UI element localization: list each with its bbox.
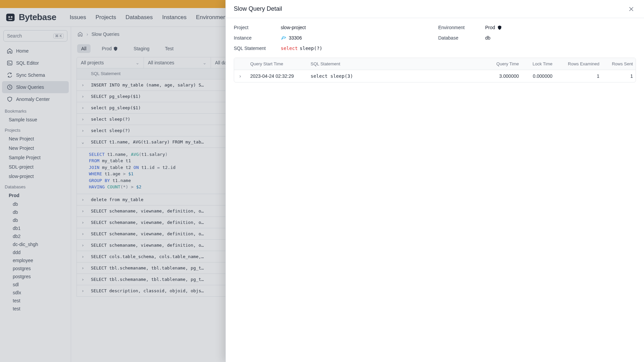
sidebar-database-item[interactable]: dc-dic_shgh (0, 240, 71, 248)
sidebar-database-item[interactable]: postgres (0, 273, 71, 281)
sidebar-database-item[interactable]: postgres (0, 264, 71, 273)
tab-label: Prod (102, 46, 112, 51)
nav-item[interactable]: Databases (125, 14, 153, 21)
expand-toggle[interactable]: › (77, 288, 89, 293)
meta-database-value[interactable]: db (485, 35, 636, 41)
sidebar-section-bookmarks: Bookmarks (0, 105, 71, 115)
sidebar-database-item[interactable]: test (0, 305, 71, 313)
expand-toggle[interactable]: › (77, 117, 89, 122)
sidebar-database-item[interactable]: test (0, 297, 71, 305)
sidebar-item-sql-editor[interactable]: SQL Editor (2, 57, 69, 69)
expand-toggle[interactable]: › (77, 94, 89, 99)
sidebar-item-home[interactable]: Home (2, 45, 69, 57)
chevron-right-icon: › (82, 288, 84, 293)
sidebar-project-item[interactable]: slow-project (0, 172, 71, 181)
panel-query-table: Query Start Time SQL Statement Query Tim… (234, 58, 636, 82)
close-button[interactable] (627, 4, 636, 14)
logo-icon (5, 12, 15, 22)
expand-toggle[interactable]: › (77, 277, 89, 282)
expand-toggle[interactable]: › (77, 82, 89, 87)
sidebar-project-item[interactable]: SDL-project (0, 162, 71, 172)
nav-item[interactable]: Instances (162, 14, 186, 21)
th-sql: SQL Statement (308, 58, 488, 70)
sql-rest: sleep(?) (300, 46, 322, 51)
expand-toggle[interactable]: ⌄ (77, 139, 89, 144)
filter-instances[interactable]: All instances⌄ (144, 57, 211, 68)
panel-title: Slow Query Detail (234, 5, 282, 12)
sidebar-bookmark-item[interactable]: Sample Issue (0, 115, 71, 124)
chevron-right-icon: › (239, 73, 241, 79)
expand-toggle[interactable]: › (77, 265, 89, 270)
sidebar-project-item[interactable]: Sample Project (0, 153, 71, 162)
meta-env-value[interactable]: Prod (485, 25, 636, 30)
filter-projects[interactable]: All projects⌄ (77, 57, 144, 68)
chevron-right-icon: › (82, 265, 84, 270)
expand-toggle[interactable]: › (77, 208, 89, 214)
sidebar-item-slow-queries[interactable]: Slow Queries (2, 81, 69, 93)
sidebar-database-item[interactable]: sdl (0, 281, 71, 289)
meta-instance-value[interactable]: 33306 (281, 35, 432, 41)
meta-project-value[interactable]: slow-project (281, 25, 432, 30)
th-qtime: Query Time (488, 58, 522, 70)
chevron-right-icon: › (82, 208, 84, 214)
home-icon[interactable] (77, 31, 83, 37)
nav-item[interactable]: Projects (96, 14, 116, 21)
expand-toggle[interactable]: › (77, 254, 89, 259)
sidebar-database-item[interactable]: db (0, 216, 71, 224)
mysql-icon (281, 35, 287, 41)
clock-icon (7, 84, 13, 90)
sidebar-database-item[interactable]: db (0, 200, 71, 208)
tab-all[interactable]: All (77, 44, 91, 53)
filter-label: All projects (81, 60, 104, 65)
sidebar-item-sync-schema[interactable]: Sync Schema (2, 69, 69, 81)
sidebar-database-item[interactable]: db2 (0, 232, 71, 240)
expand-toggle[interactable]: › (77, 128, 89, 133)
sidebar-item-label: Sync Schema (16, 72, 45, 78)
nav-item[interactable]: Issues (70, 14, 86, 21)
search-input[interactable]: Search ⌘ K (3, 30, 67, 42)
panel-table-row[interactable]: › 2023-04-24 02:32:29 select sleep(3) 3.… (234, 70, 636, 82)
svg-rect-0 (6, 13, 15, 21)
tab-prod[interactable]: Prod (98, 44, 122, 53)
chevron-right-icon: › (82, 105, 84, 110)
sidebar-database-item[interactable]: db1 (0, 224, 71, 232)
expand-toggle[interactable]: › (77, 243, 89, 248)
nav-item[interactable]: Environment (196, 14, 228, 21)
top-nav: IssuesProjectsDatabasesInstancesEnvironm… (70, 14, 228, 21)
expand-toggle[interactable]: › (77, 197, 89, 202)
expand-toggle[interactable]: › (77, 231, 89, 236)
cell-ltime: 0.000000 (522, 70, 555, 82)
tab-test[interactable]: Test (161, 44, 178, 53)
chevron-right-icon: › (82, 197, 84, 202)
sidebar-db-env[interactable]: Prod (0, 191, 71, 200)
app-logo[interactable]: Bytebase (5, 12, 56, 22)
sidebar-project-item[interactable]: New Project (0, 143, 71, 153)
tab-staging[interactable]: Staging (129, 44, 153, 53)
svg-point-2 (11, 16, 12, 18)
sidebar-database-item[interactable]: sdlx (0, 289, 71, 297)
chevron-right-icon: › (82, 128, 84, 133)
filter-label: All da (215, 60, 227, 65)
chevron-right-icon: › (82, 277, 84, 282)
cell-rex: 1 (555, 70, 602, 82)
sidebar-database-item[interactable]: ddd (0, 248, 71, 256)
meta-project-key: Project (234, 25, 274, 30)
instance-label: 33306 (289, 35, 302, 41)
shield-icon (7, 96, 13, 102)
sidebar-database-item[interactable]: employee (0, 256, 71, 264)
sidebar-item-label: SQL Editor (16, 60, 39, 66)
expand-toggle[interactable]: › (77, 105, 89, 110)
sidebar-item-anomaly-center[interactable]: Anomaly Center (2, 93, 69, 105)
th-start: Query Start Time (248, 58, 308, 70)
chevron-down-icon: ⌄ (203, 60, 207, 65)
sidebar-database-item[interactable]: db (0, 208, 71, 216)
chevron-right-icon: › (87, 32, 88, 37)
sidebar-project-item[interactable]: New Project (0, 134, 71, 143)
svg-rect-3 (7, 61, 12, 65)
shield-check-icon (497, 25, 502, 30)
breadcrumb-current: Slow Queries (92, 32, 119, 37)
expand-toggle[interactable]: › (234, 70, 246, 82)
panel-table-header: Query Start Time SQL Statement Query Tim… (234, 58, 636, 70)
chevron-down-icon: ⌄ (136, 60, 140, 65)
expand-toggle[interactable]: › (77, 220, 89, 225)
